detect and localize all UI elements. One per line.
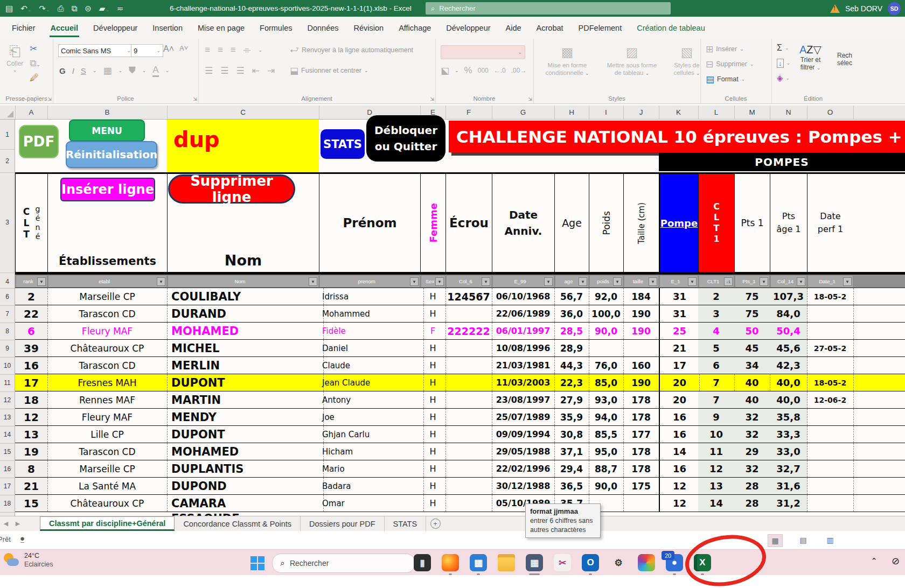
cell-pts_age1-16[interactable]: 32,7 <box>770 460 807 477</box>
cell-age-10[interactable]: 44,3 <box>554 357 589 374</box>
filter-Date_1[interactable]: Date_1▼ <box>807 275 853 288</box>
tab-donn-es-6[interactable]: Données <box>300 17 346 39</box>
cell-clt1-17[interactable]: 13 <box>698 478 735 494</box>
sheet-tab-dossiers-pour-pdf[interactable]: Dossiers pour PDF <box>301 516 384 531</box>
customize-qat-icon[interactable]: ≂ <box>117 4 124 13</box>
cell-etabl-15[interactable]: Tarascon CD <box>47 443 168 460</box>
row-headers[interactable]: 12346789101112131415161718 <box>0 120 15 516</box>
font-name-box[interactable]: Comic Sans MS⌄ <box>58 44 134 57</box>
cell-pts1-9[interactable]: 45 <box>734 340 770 356</box>
cell-sex-11[interactable]: H <box>420 374 446 391</box>
row-header-16[interactable]: 16 <box>0 460 15 478</box>
cell-nom-7[interactable]: DURAND <box>167 305 324 322</box>
tab-fichier-0[interactable]: Fichier <box>4 17 43 39</box>
decrease-decimal-icon[interactable]: .00→ <box>511 67 527 74</box>
print-preview-icon[interactable]: ⎙ <box>57 4 64 13</box>
cell-date_anniv-17[interactable]: 30/12/1988 <box>492 478 555 494</box>
cell-poids-16[interactable]: 88,7 <box>589 460 624 477</box>
alignment-dialog-launcher-icon[interactable]: ⇲ <box>430 96 434 102</box>
filter-dropdown-icon[interactable]: ▼ <box>37 277 46 286</box>
cell-date1-8[interactable] <box>807 323 854 339</box>
cell-rank-6[interactable]: 2 <box>15 288 48 305</box>
orientation-icon[interactable]: ⌯ <box>243 45 251 55</box>
cell-prenom-6[interactable]: Idrissa <box>319 288 424 305</box>
save-icon[interactable]: ▤ <box>5 4 13 13</box>
filter-dropdown-icon[interactable]: ▼ <box>649 277 657 286</box>
firefox-icon[interactable] <box>442 554 459 571</box>
autosum-icon[interactable]: Σ <box>777 43 782 53</box>
cell-pts1-10[interactable]: 34 <box>734 357 770 374</box>
cell-date1-10[interactable] <box>807 357 854 374</box>
cell-etabl-14[interactable]: Lille CP <box>47 426 168 443</box>
tab-d-veloppeur-9[interactable]: Développeur <box>438 17 498 39</box>
cell-etabl-7[interactable]: Tarascon CD <box>47 305 168 322</box>
row-header-10[interactable]: 10 <box>0 357 15 375</box>
settings-gear-icon[interactable]: ⚙ <box>610 554 627 571</box>
cell-etabl-10[interactable]: Tarascon CD <box>47 357 168 374</box>
filter-etabl[interactable]: etabl▼ <box>48 275 167 288</box>
insert-row-button[interactable]: Insérer ligne <box>60 178 155 201</box>
cell-rank-18[interactable]: 15 <box>15 495 48 512</box>
cell-nom-14[interactable]: DUPONT <box>167 426 324 443</box>
store-icon[interactable]: ▦ <box>470 554 487 571</box>
filter-age[interactable]: age▼ <box>555 275 589 288</box>
cell-nom-8[interactable]: MOHAMED <box>167 323 324 339</box>
cell-date1-14[interactable] <box>807 426 854 443</box>
tray-blocked-icon[interactable]: ⊘ <box>892 555 900 567</box>
new-sheet-button[interactable]: + <box>426 516 444 531</box>
copy-icon[interactable]: ⧉ <box>71 4 77 13</box>
clipboard-dialog-launcher-icon[interactable]: ⇲ <box>47 96 52 102</box>
format-as-table-button[interactable]: ▨Mettre sous forme de tableau ⌄ <box>602 44 662 77</box>
cell-prenom-18[interactable]: Omar <box>319 495 424 512</box>
cell-sex-10[interactable]: H <box>420 357 446 374</box>
cell-date_anniv-14[interactable]: 09/09/1994 <box>492 426 555 443</box>
sheet-tab-stats[interactable]: STATS <box>385 516 427 531</box>
cell-ecrou-12[interactable] <box>445 391 492 408</box>
sheet-nav-left-icon[interactable]: ◀ <box>0 516 12 531</box>
cell-sex-7[interactable]: H <box>420 305 446 322</box>
merge-center-button[interactable]: ⬓Fusionner et centrer⌄ <box>290 65 368 76</box>
cell-prenom-11[interactable]: Jean Claude <box>319 374 424 391</box>
cell-clt1-10[interactable]: 6 <box>698 357 735 374</box>
cell-pts_age1-15[interactable]: 33,0 <box>770 443 807 460</box>
cell-rank-13[interactable]: 12 <box>15 409 48 425</box>
filter-dropdown-icon[interactable]: ▼ <box>544 277 553 286</box>
tab-affichage-8[interactable]: Affichage <box>391 17 438 39</box>
cell-age-17[interactable]: 36,5 <box>554 478 589 494</box>
filter-dropdown-icon[interactable]: ▼ <box>435 277 444 286</box>
stamp-icon[interactable]: ⊜ <box>85 4 92 13</box>
cell-ecrou-13[interactable] <box>445 409 492 425</box>
decrease-indent-icon[interactable]: ⇤ <box>252 65 260 76</box>
tab-d-veloppeur-2[interactable]: Développeur <box>86 17 145 39</box>
filter-dropdown-icon[interactable]: ▼ <box>688 277 697 286</box>
cell-poids-12[interactable]: 93,0 <box>589 391 624 408</box>
cell-stub-15[interactable] <box>853 443 905 460</box>
cell-nom-18[interactable]: CAMARA <box>167 495 324 512</box>
cell-prenom-17[interactable]: Badara <box>319 478 424 494</box>
bold-button[interactable]: G <box>59 66 66 75</box>
cell-e1-8[interactable]: 25 <box>659 323 700 339</box>
cell-pts_age1-14[interactable]: 33,3 <box>770 426 807 443</box>
number-dialog-launcher-icon[interactable]: ⇲ <box>528 96 532 102</box>
filter-prenom[interactable]: prenom▼ <box>319 275 420 288</box>
cell-clt1-12[interactable]: 7 <box>698 391 735 408</box>
filter-Col_14[interactable]: Col_14▼ <box>770 275 807 288</box>
cell-clt1-6[interactable]: 2 <box>698 288 735 305</box>
cell-age-15[interactable]: 37,1 <box>554 443 589 460</box>
filter-Col_6[interactable]: Col_6▼ <box>446 275 492 288</box>
cell-pts_age1-6[interactable]: 107,3 <box>770 288 807 305</box>
cell-pts_age1-18[interactable]: 31,2 <box>770 495 807 512</box>
delete-row-button[interactable]: Supprimer ligne <box>168 174 295 204</box>
cell-e1-15[interactable]: 14 <box>659 443 700 460</box>
font-dialog-launcher-icon[interactable]: ⇲ <box>193 96 197 102</box>
cell-taille-13[interactable]: 178 <box>623 409 659 425</box>
cell-date1-13[interactable] <box>807 409 854 425</box>
underline-button[interactable]: S <box>81 66 86 75</box>
cell-etabl-18[interactable]: Châteauroux CP <box>47 495 168 512</box>
cell-prenom-13[interactable]: Joe <box>319 409 424 425</box>
cell-nom-10[interactable]: MERLIN <box>167 357 324 374</box>
unlock-quit-button[interactable]: Débloquer ou Quitter <box>366 115 445 162</box>
cell-sex-13[interactable]: H <box>420 409 446 425</box>
cell-date1-7[interactable] <box>807 305 854 322</box>
column-header-J[interactable]: J <box>623 106 659 119</box>
